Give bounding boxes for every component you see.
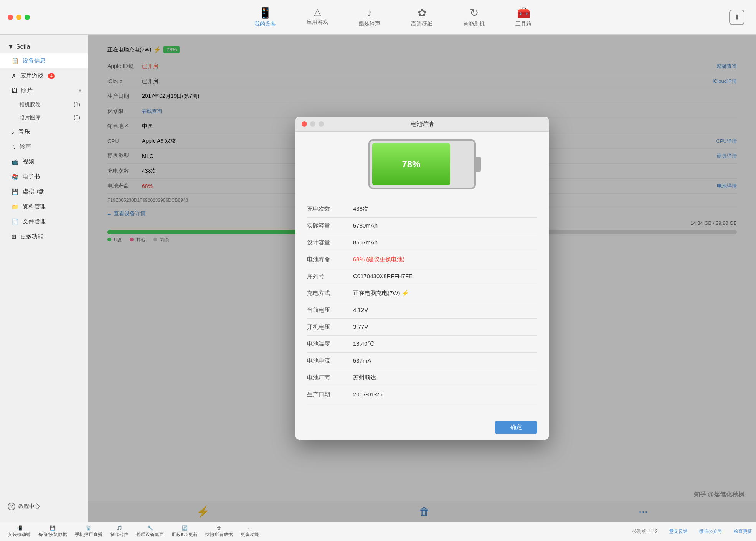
sidebar-item-music-label: 音乐	[18, 128, 30, 135]
nav-items: 📱 我的设备 △ 应用游戏 ♪ 酷炫铃声 ✿ 高清壁纸 ↻ 智能刷机 🧰 工具箱	[38, 3, 748, 31]
battery-modal: 电池详情 78% 充电次	[295, 117, 549, 440]
nav-ringtones[interactable]: ♪ 酷炫铃声	[343, 3, 396, 31]
nav-toolbox-label: 工具箱	[515, 21, 532, 28]
confirm-button[interactable]: 确定	[495, 421, 537, 434]
row-label-charge-method: 充电方式	[307, 290, 353, 297]
device-name: Sofia	[16, 43, 30, 50]
sidebar-item-file-mgmt-label: 文件管理	[23, 218, 46, 225]
sidebar-item-music[interactable]: ♪ 音乐	[0, 124, 88, 139]
action-install-mobile[interactable]: 📲 安装移动端	[4, 525, 35, 538]
sidebar-tutorial[interactable]: ? 教程中心	[0, 497, 88, 516]
photos-arrow-icon: ∧	[78, 87, 82, 94]
ringtone-icon: ♪	[367, 7, 372, 19]
close-button[interactable]	[8, 15, 13, 20]
battery-outer: 78%	[368, 139, 476, 189]
modal-titlebar: 电池详情	[295, 117, 549, 132]
erase-data-label: 抹除所有数据	[205, 531, 233, 538]
sidebar-sub-camera-roll[interactable]: 相机胶卷 (1)	[0, 98, 88, 111]
update-label[interactable]: 检查更新	[734, 528, 752, 535]
row-label-battery-life: 电池寿命	[307, 256, 353, 263]
main-content: ▼ Sofia 📋 设备信息 ✗ 应用游戏 4 🖼 照片 ∧ 相机胶卷 (1) …	[0, 35, 756, 522]
sidebar-item-ringtone[interactable]: ♫ 铃声	[0, 139, 88, 154]
traffic-lights	[8, 15, 30, 20]
photo-library-label: 照片图库	[19, 114, 41, 121]
row-label-voltage: 当前电压	[307, 307, 353, 314]
feedback-label[interactable]: 意见反馈	[669, 528, 688, 535]
top-toolbar: 📱 我的设备 △ 应用游戏 ♪ 酷炫铃声 ✿ 高清壁纸 ↻ 智能刷机 🧰 工具箱…	[0, 0, 756, 35]
sidebar-item-apps[interactable]: ✗ 应用游戏 4	[0, 68, 88, 83]
action-block-update[interactable]: 🔄 屏蔽iOS更新	[168, 525, 201, 538]
sidebar-item-ringtone-label: 铃声	[20, 143, 31, 150]
modal-row-boot-voltage: 开机电压 3.77V	[307, 319, 537, 336]
more-icon: ⊞	[12, 233, 17, 240]
maximize-button[interactable]	[25, 15, 30, 20]
download-icon: ⬇	[734, 13, 740, 21]
nav-flash-label: 智能刷机	[463, 21, 485, 28]
modal-maximize-button[interactable]	[319, 121, 324, 127]
modal-row-manufacturer: 电池厂商 苏州顺达	[307, 369, 537, 386]
backup-label: 备份/恢复数据	[38, 531, 67, 538]
erase-data-icon: 🗑	[217, 525, 221, 531]
modal-title: 电池详情	[411, 120, 434, 128]
action-screen-mirror[interactable]: 📡 手机投屏直播	[71, 525, 106, 538]
nav-apps-label: 应用游戏	[307, 19, 328, 26]
camera-roll-label: 相机胶卷	[19, 101, 41, 108]
action-backup[interactable]: 💾 备份/恢复数据	[35, 525, 71, 538]
sidebar-tutorial-label: 教程中心	[18, 503, 40, 510]
apps-games-icon: ✗	[12, 73, 17, 79]
row-value-charge-method: 正在电脑充电(7W) ⚡	[353, 290, 409, 297]
sidebar-item-apps-label: 应用游戏	[20, 72, 43, 79]
sidebar-item-usb[interactable]: 💾 虚拟U盘	[0, 184, 88, 199]
modal-close-button[interactable]	[302, 121, 307, 127]
screen-mirror-icon: 📡	[86, 525, 92, 531]
minimize-button[interactable]	[16, 15, 21, 20]
modal-row-current: 电池电流 537mA	[307, 353, 537, 369]
action-erase-data[interactable]: 🗑 抹除所有数据	[201, 525, 237, 538]
row-value-serial: C0170430X8RFFH7FE	[353, 273, 413, 280]
sidebar-item-photos[interactable]: 🖼 照片 ∧	[0, 83, 88, 98]
download-button[interactable]: ⬇	[729, 10, 744, 25]
apps-icon: △	[314, 7, 321, 17]
action-organize[interactable]: 🔧 整理设备桌面	[132, 525, 168, 538]
row-label-mfg-date: 生产日期	[307, 391, 353, 398]
sidebar-item-data-mgmt[interactable]: 📁 资料管理	[0, 199, 88, 214]
battery-percent-text: 78%	[402, 159, 420, 170]
sidebar-sub-photo-library[interactable]: 照片图库 (0)	[0, 111, 88, 124]
nav-toolbox[interactable]: 🧰 工具箱	[500, 3, 547, 31]
sidebar-item-more[interactable]: ⊞ 更多功能	[0, 229, 88, 244]
modal-minimize-button[interactable]	[310, 121, 315, 127]
sidebar-item-video[interactable]: 📺 视频	[0, 154, 88, 169]
nav-wallpapers[interactable]: ✿ 高清壁纸	[396, 3, 448, 31]
version-label: 公测版: 1.12	[632, 528, 658, 535]
row-value-boot-voltage: 3.77V	[353, 323, 368, 331]
version-info: 公测版: 1.12 意见反馈 微信公众号 检查更新	[632, 528, 752, 535]
action-more-bottom[interactable]: ··· 更多功能	[237, 525, 263, 538]
row-value-design-capacity: 8557mAh	[353, 239, 378, 246]
sidebar-item-data-mgmt-label: 资料管理	[23, 203, 46, 210]
sidebar-item-photos-label: 照片	[21, 87, 33, 94]
ebook-icon: 📚	[12, 173, 19, 180]
nav-my-device[interactable]: 📱 我的设备	[239, 3, 291, 31]
wechat-label[interactable]: 微信公众号	[699, 528, 722, 535]
row-value-charge-count: 438次	[353, 205, 368, 213]
sidebar-item-device-info[interactable]: 📋 设备信息	[0, 53, 88, 68]
nav-apps-games[interactable]: △ 应用游戏	[291, 3, 343, 31]
organize-label: 整理设备桌面	[136, 531, 164, 538]
nav-my-device-label: 我的设备	[254, 21, 276, 28]
install-label: 安装移动端	[8, 531, 31, 538]
row-value-temperature: 18.40℃	[353, 340, 374, 348]
modal-row-serial: 序列号 C0170430X8RFFH7FE	[307, 268, 537, 285]
organize-icon: 🔧	[147, 525, 153, 531]
nav-flash[interactable]: ↻ 智能刷机	[448, 3, 500, 31]
row-label-current: 电池电流	[307, 357, 353, 365]
music-icon: ♪	[12, 129, 15, 135]
expand-icon: ▼	[8, 43, 14, 50]
video-icon: 📺	[12, 158, 19, 165]
nav-wallpapers-label: 高清壁纸	[411, 21, 432, 28]
row-value-current: 537mA	[353, 357, 371, 365]
sidebar-item-ebook[interactable]: 📚 电子书	[0, 169, 88, 184]
row-value-manufacturer: 苏州顺达	[353, 374, 376, 381]
sidebar-item-file-mgmt[interactable]: 📄 文件管理	[0, 214, 88, 229]
photos-icon: 🖼	[12, 87, 17, 94]
action-ringtone[interactable]: 🎵 制作铃声	[106, 525, 132, 538]
